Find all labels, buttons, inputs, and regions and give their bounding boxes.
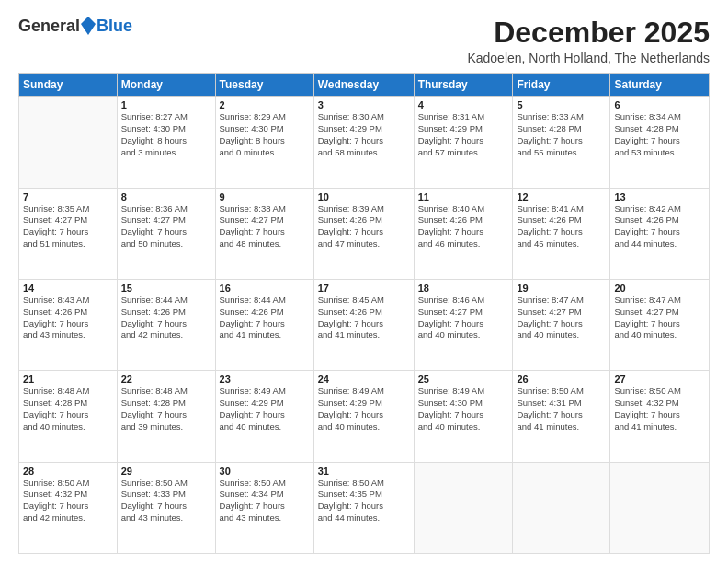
day-info: Sunrise: 8:50 AMSunset: 4:31 PMDaylight:… [517, 385, 606, 432]
calendar-cell: 2Sunrise: 8:29 AMSunset: 4:30 PMDaylight… [215, 97, 313, 188]
calendar-week-3: 21Sunrise: 8:48 AMSunset: 4:28 PMDayligh… [19, 371, 710, 462]
day-info: Sunrise: 8:36 AMSunset: 4:27 PMDaylight:… [121, 203, 211, 250]
day-info: Sunrise: 8:47 AMSunset: 4:27 PMDaylight:… [614, 294, 705, 341]
day-number: 31 [318, 465, 410, 477]
calendar-cell: 14Sunrise: 8:43 AMSunset: 4:26 PMDayligh… [19, 279, 118, 370]
month-title: December 2025 [467, 17, 710, 49]
calendar-header-row: Sunday Monday Tuesday Wednesday Thursday… [19, 74, 710, 97]
calendar-cell: 11Sunrise: 8:40 AMSunset: 4:26 PMDayligh… [414, 188, 513, 279]
day-number: 18 [418, 282, 509, 293]
calendar-cell: 30Sunrise: 8:50 AMSunset: 4:34 PMDayligh… [215, 462, 313, 553]
calendar-cell: 24Sunrise: 8:49 AMSunset: 4:29 PMDayligh… [313, 371, 414, 462]
calendar-cell: 31Sunrise: 8:50 AMSunset: 4:35 PMDayligh… [313, 462, 414, 553]
logo-general-text: General [18, 17, 80, 34]
calendar-cell: 25Sunrise: 8:49 AMSunset: 4:30 PMDayligh… [414, 371, 513, 462]
col-monday: Monday [117, 74, 215, 97]
day-info: Sunrise: 8:43 AMSunset: 4:26 PMDaylight:… [23, 294, 113, 341]
day-number: 11 [418, 191, 509, 202]
calendar-cell: 17Sunrise: 8:45 AMSunset: 4:26 PMDayligh… [313, 279, 414, 370]
day-info: Sunrise: 8:33 AMSunset: 4:28 PMDaylight:… [517, 111, 606, 158]
day-info: Sunrise: 8:31 AMSunset: 4:29 PMDaylight:… [418, 111, 509, 158]
day-number: 22 [121, 373, 211, 385]
day-number: 30 [220, 465, 310, 477]
calendar-cell: 4Sunrise: 8:31 AMSunset: 4:29 PMDaylight… [414, 97, 513, 188]
day-info: Sunrise: 8:50 AMSunset: 4:32 PMDaylight:… [23, 477, 113, 524]
calendar: Sunday Monday Tuesday Wednesday Thursday… [18, 73, 710, 554]
day-info: Sunrise: 8:44 AMSunset: 4:26 PMDaylight:… [220, 294, 310, 341]
day-number: 27 [614, 373, 705, 385]
day-number: 14 [23, 282, 113, 293]
day-number: 9 [220, 191, 310, 202]
calendar-cell: 1Sunrise: 8:27 AMSunset: 4:30 PMDaylight… [117, 97, 215, 188]
day-info: Sunrise: 8:46 AMSunset: 4:27 PMDaylight:… [418, 294, 509, 341]
day-info: Sunrise: 8:49 AMSunset: 4:29 PMDaylight:… [318, 385, 410, 432]
day-info: Sunrise: 8:50 AMSunset: 4:34 PMDaylight:… [220, 477, 310, 524]
day-number: 23 [220, 373, 310, 385]
col-sunday: Sunday [19, 74, 118, 97]
calendar-cell: 21Sunrise: 8:48 AMSunset: 4:28 PMDayligh… [19, 371, 118, 462]
calendar-week-0: 1Sunrise: 8:27 AMSunset: 4:30 PMDaylight… [19, 97, 710, 188]
calendar-cell: 12Sunrise: 8:41 AMSunset: 4:26 PMDayligh… [513, 188, 610, 279]
calendar-cell: 26Sunrise: 8:50 AMSunset: 4:31 PMDayligh… [513, 371, 610, 462]
calendar-cell: 22Sunrise: 8:48 AMSunset: 4:28 PMDayligh… [117, 371, 215, 462]
day-info: Sunrise: 8:50 AMSunset: 4:33 PMDaylight:… [121, 477, 211, 524]
day-info: Sunrise: 8:47 AMSunset: 4:27 PMDaylight:… [517, 294, 606, 341]
day-number: 20 [614, 282, 705, 293]
calendar-cell: 20Sunrise: 8:47 AMSunset: 4:27 PMDayligh… [610, 279, 710, 370]
day-number: 2 [220, 99, 310, 110]
day-number: 7 [23, 191, 113, 202]
day-number: 24 [318, 373, 410, 385]
day-number: 12 [517, 191, 606, 202]
calendar-cell [513, 462, 610, 553]
day-info: Sunrise: 8:45 AMSunset: 4:26 PMDaylight:… [318, 294, 410, 341]
calendar-cell: 8Sunrise: 8:36 AMSunset: 4:27 PMDaylight… [117, 188, 215, 279]
day-number: 1 [121, 99, 211, 110]
day-number: 4 [418, 99, 509, 110]
calendar-cell: 23Sunrise: 8:49 AMSunset: 4:29 PMDayligh… [215, 371, 313, 462]
day-info: Sunrise: 8:38 AMSunset: 4:27 PMDaylight:… [220, 203, 310, 250]
day-number: 26 [517, 373, 606, 385]
day-info: Sunrise: 8:42 AMSunset: 4:26 PMDaylight:… [614, 203, 705, 250]
day-info: Sunrise: 8:35 AMSunset: 4:27 PMDaylight:… [23, 203, 113, 250]
day-info: Sunrise: 8:40 AMSunset: 4:26 PMDaylight:… [418, 203, 509, 250]
day-info: Sunrise: 8:44 AMSunset: 4:26 PMDaylight:… [121, 294, 211, 341]
col-saturday: Saturday [610, 74, 710, 97]
day-info: Sunrise: 8:49 AMSunset: 4:30 PMDaylight:… [418, 385, 509, 432]
calendar-cell: 15Sunrise: 8:44 AMSunset: 4:26 PMDayligh… [117, 279, 215, 370]
day-number: 8 [121, 191, 211, 202]
calendar-cell [19, 97, 118, 188]
col-friday: Friday [513, 74, 610, 97]
calendar-cell: 29Sunrise: 8:50 AMSunset: 4:33 PMDayligh… [117, 462, 215, 553]
header: General Blue December 2025 Kadoelen, Nor… [18, 17, 710, 65]
calendar-cell: 27Sunrise: 8:50 AMSunset: 4:32 PMDayligh… [610, 371, 710, 462]
page: General Blue December 2025 Kadoelen, Nor… [0, 0, 728, 563]
day-number: 13 [614, 191, 705, 202]
day-number: 3 [318, 99, 410, 110]
day-number: 10 [318, 191, 410, 202]
col-tuesday: Tuesday [215, 74, 313, 97]
col-thursday: Thursday [414, 74, 513, 97]
day-info: Sunrise: 8:34 AMSunset: 4:28 PMDaylight:… [614, 111, 705, 158]
day-info: Sunrise: 8:39 AMSunset: 4:26 PMDaylight:… [318, 203, 410, 250]
calendar-week-2: 14Sunrise: 8:43 AMSunset: 4:26 PMDayligh… [19, 279, 710, 370]
day-number: 5 [517, 99, 606, 110]
calendar-cell: 18Sunrise: 8:46 AMSunset: 4:27 PMDayligh… [414, 279, 513, 370]
day-number: 16 [220, 282, 310, 293]
calendar-week-1: 7Sunrise: 8:35 AMSunset: 4:27 PMDaylight… [19, 188, 710, 279]
day-info: Sunrise: 8:27 AMSunset: 4:30 PMDaylight:… [121, 111, 211, 158]
day-info: Sunrise: 8:50 AMSunset: 4:35 PMDaylight:… [318, 477, 410, 524]
calendar-cell: 6Sunrise: 8:34 AMSunset: 4:28 PMDaylight… [610, 97, 710, 188]
day-info: Sunrise: 8:41 AMSunset: 4:26 PMDaylight:… [517, 203, 606, 250]
day-info: Sunrise: 8:49 AMSunset: 4:29 PMDaylight:… [220, 385, 310, 432]
calendar-cell: 16Sunrise: 8:44 AMSunset: 4:26 PMDayligh… [215, 279, 313, 370]
logo-blue-text: Blue [97, 17, 132, 34]
logo-icon [81, 17, 96, 35]
calendar-cell: 9Sunrise: 8:38 AMSunset: 4:27 PMDaylight… [215, 188, 313, 279]
day-number: 28 [23, 465, 113, 477]
day-number: 19 [517, 282, 606, 293]
day-info: Sunrise: 8:48 AMSunset: 4:28 PMDaylight:… [121, 385, 211, 432]
day-info: Sunrise: 8:29 AMSunset: 4:30 PMDaylight:… [220, 111, 310, 158]
day-info: Sunrise: 8:48 AMSunset: 4:28 PMDaylight:… [23, 385, 113, 432]
calendar-cell [610, 462, 710, 553]
calendar-cell: 28Sunrise: 8:50 AMSunset: 4:32 PMDayligh… [19, 462, 118, 553]
